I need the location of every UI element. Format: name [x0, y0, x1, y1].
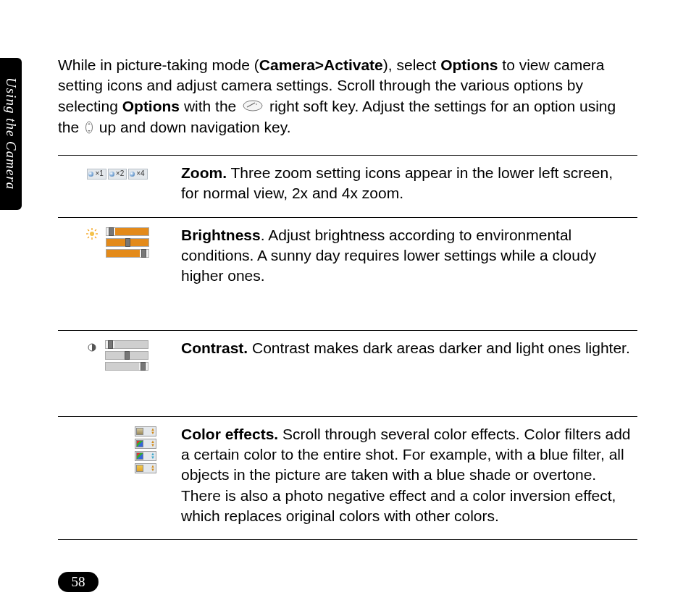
svg-line-9 — [88, 229, 89, 231]
contrast-icons-cell — [58, 330, 177, 416]
zoom-x4-icon: ×4 — [128, 169, 147, 179]
zoom-x1-icon: ×1 — [87, 169, 106, 179]
colorfx-chip-2: ▲▼ — [135, 439, 156, 449]
zoom-icons-cell: ×1×2×4 — [58, 155, 177, 217]
table-row-color-effects: ▲▼ ▲▼ ▲▼ ▲▼ Color effects. Scroll throug… — [58, 416, 637, 540]
contrast-title: Contrast. — [181, 339, 248, 356]
intro-text: up and down navigation key. — [95, 119, 290, 135]
intro-text: ), select — [383, 56, 440, 73]
table-row-zoom: ×1×2×4 Zoom. Three zoom setting icons ap… — [58, 155, 637, 217]
contrast-slider-mid — [105, 351, 148, 360]
colorfx-title: Color effects. — [181, 426, 278, 442]
contrast-slider-stack — [105, 338, 148, 373]
contrast-circle-icon — [86, 338, 98, 358]
contrast-desc: Contrast. Contrast makes dark areas dark… — [177, 330, 637, 416]
brightness-title: Brightness — [181, 227, 261, 243]
contrast-slider-high — [105, 362, 148, 371]
section-tab-label: Using the Camera — [3, 77, 19, 190]
zoom-title: Zoom. — [181, 164, 227, 181]
nav-key-icon — [85, 119, 93, 139]
settings-table: ×1×2×4 Zoom. Three zoom setting icons ap… — [58, 155, 637, 540]
section-tab: Using the Camera — [0, 58, 22, 210]
zoom-desc: Zoom. Three zoom setting icons appear in… — [177, 155, 637, 217]
contrast-slider-low — [105, 340, 148, 349]
svg-point-2 — [256, 104, 257, 105]
contrast-text: Contrast makes dark areas darker and lig… — [248, 339, 630, 356]
svg-line-12 — [95, 229, 96, 231]
brightness-icons-cell — [58, 217, 177, 330]
intro-options-1: Options — [440, 56, 498, 73]
page-content: While in picture-taking mode (Camera>Act… — [58, 40, 637, 540]
svg-point-4 — [90, 232, 94, 236]
intro-options-2: Options — [122, 98, 180, 114]
brightness-sun-icon — [85, 225, 99, 245]
brightness-slider-mid — [106, 238, 149, 247]
zoom-text: Three zoom setting icons appear in the l… — [181, 164, 613, 201]
page-number: 58 — [72, 574, 85, 590]
table-row-brightness: Brightness. Adjust brightness according … — [58, 217, 637, 330]
colorfx-chip-4: ▲▼ — [135, 463, 156, 473]
svg-point-0 — [243, 101, 262, 111]
page-number-badge: 58 — [58, 572, 99, 592]
intro-text: While in picture-taking mode ( — [58, 56, 259, 73]
brightness-slider-low — [106, 227, 149, 236]
intro-breadcrumb: Camera>Activate — [259, 56, 383, 73]
brightness-desc: Brightness. Adjust brightness according … — [177, 217, 637, 330]
intro-paragraph: While in picture-taking mode (Camera>Act… — [58, 55, 637, 139]
colorfx-chip-1: ▲▼ — [135, 426, 156, 436]
brightness-slider-high — [106, 249, 149, 258]
zoom-x2-icon: ×2 — [108, 169, 127, 179]
colorfx-desc: Color effects. Scroll through several co… — [177, 416, 637, 540]
svg-line-11 — [88, 237, 89, 238]
colorfx-icons-cell: ▲▼ ▲▼ ▲▼ ▲▼ — [58, 416, 177, 540]
colorfx-icon-stack: ▲▼ ▲▼ ▲▼ ▲▼ — [135, 424, 156, 476]
softkey-icon — [242, 97, 264, 117]
brightness-slider-stack — [106, 225, 149, 260]
colorfx-chip-3: ▲▼ — [135, 451, 156, 461]
table-row-contrast: Contrast. Contrast makes dark areas dark… — [58, 330, 637, 416]
svg-line-10 — [95, 237, 96, 238]
intro-text: with the — [180, 98, 240, 114]
